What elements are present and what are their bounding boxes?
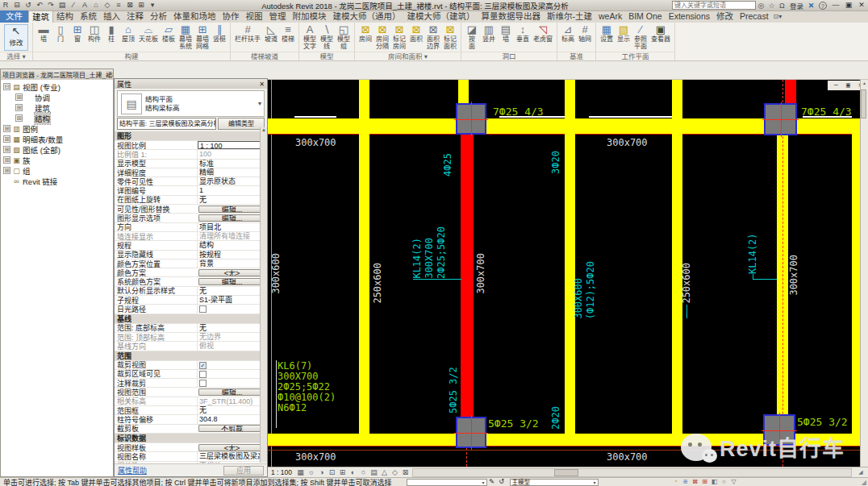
beam-size-label[interactable]: 250x600 [372, 263, 383, 304]
room-button[interactable]: ⊠房间 [357, 23, 373, 44]
sun-path-icon[interactable]: ☼ [306, 467, 316, 477]
curtain-system-button[interactable]: ▦幕墙 系统 [177, 23, 194, 50]
area-boundary-button[interactable]: ⊠面积 边界 [425, 23, 441, 50]
shadows-icon[interactable]: ◑ [316, 467, 327, 477]
redo-icon[interactable]: ↷ [45, 0, 56, 10]
Precast[interactable]: Precast [737, 10, 772, 23]
算量数据导出器[interactable]: 算量数据导出器 [478, 10, 545, 23]
reveal-hidden-icon[interactable]: ○ [358, 467, 369, 477]
sync-status-icon[interactable]: ↺ [497, 478, 507, 486]
tag-area-button[interactable]: ⊠标记 面积 [442, 23, 458, 50]
model-line-button[interactable]: ∖模型 线 [319, 23, 335, 50]
grid-button[interactable]: #轴网 [577, 23, 593, 44]
expander-icon[interactable] [3, 177, 10, 185]
rebar-tag[interactable]: 5Ф25 3/2 [488, 417, 539, 430]
view-scale[interactable]: 1 : 100 [268, 468, 295, 476]
switch-windows-icon[interactable]: ⊞ [136, 0, 147, 10]
floor-button[interactable]: ▱楼板 [161, 23, 177, 44]
restore-button[interactable]: ▣ [842, 0, 855, 10]
select-panel-label[interactable]: 选择 ▾ [0, 52, 32, 60]
beam-size-label[interactable]: 300x700 [788, 255, 799, 296]
model-text-button[interactable]: A模型 文字 [302, 23, 318, 50]
area-button[interactable]: ⊠面积 [408, 23, 424, 44]
close-button[interactable]: ✕ [855, 0, 868, 10]
dormer-button[interactable]: ◹老虎窗 [532, 23, 554, 44]
railing-button[interactable]: #栏杆扶手 [233, 23, 262, 44]
column-top-mid[interactable] [456, 103, 486, 135]
beam-tag-kl14-mid[interactable]: KL14(2) 300X700 2Ф25;5Ф20 [411, 202, 447, 279]
插入[interactable]: 插入 [100, 10, 123, 23]
crop-view-icon[interactable]: ⊡ [327, 467, 337, 477]
by-face-button[interactable]: ◪按 面 [464, 23, 480, 50]
shaft-button[interactable]: ▥竖井 [481, 23, 497, 44]
properties-scrollbar[interactable]: ▲ [260, 127, 267, 463]
expander-icon[interactable]: ⊞ [3, 146, 10, 153]
set-workplane-button[interactable]: ▦设置 [599, 23, 615, 44]
design-option-dropdown[interactable]: 主模型 [510, 479, 599, 486]
curtain-grid-button[interactable]: ⊞幕墙 网格 [194, 23, 211, 50]
component-button[interactable]: ◫构件 [86, 23, 102, 44]
beam-size-label[interactable]: 300x700 [295, 137, 336, 148]
ceiling-button[interactable]: ⌓天花板 [137, 23, 160, 44]
结构[interactable]: 结构 [53, 10, 77, 23]
tree-schedules[interactable]: ⊞ ▦ 明细表/数量 [1, 134, 113, 144]
修改[interactable]: 修改 [713, 10, 737, 23]
chevron-down-icon[interactable]: ▾ [258, 100, 261, 107]
measure-icon[interactable]: ∕ [68, 0, 79, 10]
exclude-options-icon[interactable]: ◧ [710, 478, 720, 486]
worksharing-monitor-icon[interactable]: ◔ [671, 478, 681, 486]
rebar-tag[interactable]: 5Ф25 3/2 [797, 416, 848, 428]
type-selector[interactable]: ▤ 结构平面 结构梁标高 ▾ [117, 90, 265, 117]
constraints-icon[interactable]: ◇ [390, 467, 400, 477]
horizontal-scrollbar-thumb[interactable] [554, 469, 578, 476]
tree-revit-links[interactable]: ∞ Revit 链接 [1, 176, 113, 186]
section-icon[interactable]: ◇ [102, 0, 113, 10]
斯维尔-土建[interactable]: 斯维尔-土建 [544, 10, 595, 23]
注释[interactable]: 注释 [123, 10, 147, 23]
tree-sheets[interactable]: ⊞ ▧ 图纸 (全部) [1, 144, 113, 155]
附加模块[interactable]: 附加模块 [290, 10, 330, 23]
minimize-button[interactable]: — [829, 0, 842, 10]
undo-icon[interactable]: ↶ [34, 0, 45, 10]
rebar-tag[interactable]: 2Ф20 [550, 396, 561, 430]
viewer-button[interactable]: ▣查看器 [649, 23, 672, 44]
wall-opening-button[interactable]: ▤墙 [498, 23, 514, 44]
drawing-area[interactable]: 300x700 300x700 300x700 300x700 300x600 … [268, 80, 868, 467]
text-icon[interactable]: A [79, 0, 90, 10]
favorites-icon[interactable]: ☆ [766, 2, 777, 10]
beam-tag-mid[interactable]: 300X600 (Ф12);5Ф20 [573, 240, 596, 319]
temporary-hide-icon[interactable]: ◐ [348, 467, 358, 477]
管理[interactable]: 管理 [266, 10, 290, 23]
stair-button[interactable]: ≡楼梯 [280, 23, 296, 44]
help-icon[interactable]: ? [819, 2, 827, 10]
vertical-opening-button[interactable]: ↕垂直 [515, 23, 531, 44]
rebar-tag[interactable]: 4Ф25 [442, 139, 453, 177]
分析[interactable]: 分析 [147, 10, 170, 23]
tree-families[interactable]: ⊞ ▣ 族 [1, 155, 113, 165]
edit-type-button[interactable]: 编辑类型 [218, 118, 265, 130]
column-button[interactable]: ▮柱 [103, 23, 119, 44]
rebar-tag[interactable]: 7Ф25 4/3 [493, 106, 544, 118]
roof-button[interactable]: ⌂屋顶 [120, 23, 136, 44]
sync-icon[interactable]: ↺ [23, 0, 34, 10]
tag-room-button[interactable]: ⊠标记 房间 [391, 23, 407, 50]
expander-icon[interactable]: ⊞ [3, 135, 10, 143]
search-icon[interactable]: ◎ [756, 2, 766, 10]
visual-style-icon[interactable]: ▦ [295, 467, 306, 477]
workset-edit-icon[interactable]: ✎ [487, 478, 497, 486]
beam-size-label[interactable]: 300x700 [607, 137, 648, 148]
properties-help-link[interactable]: 属性帮助 [118, 465, 147, 476]
weArk[interactable]: weArk [595, 10, 625, 23]
editing-requests-icon[interactable]: ≋ [681, 478, 691, 486]
beam-size-label[interactable]: 300x700 [295, 451, 336, 463]
beam-tag-kl6[interactable]: KL6(7) 300X700 2Ф25;5Ф22 Ф10@100(2) N6Ф1… [278, 361, 336, 413]
mullion-button[interactable]: ∥竖梃 [211, 23, 227, 44]
filter-icon[interactable]: ▽ [729, 478, 739, 486]
default-3d-view-icon[interactable]: ⌂ [90, 0, 102, 10]
tree-groups[interactable]: ⊞ ▢ 组 [1, 165, 113, 176]
column-bottom-mid[interactable] [456, 417, 486, 448]
tree-views[interactable]: ⊟ ▤ 视图 (专业) [1, 81, 113, 92]
expander-icon[interactable]: ⊞ [15, 93, 23, 101]
beam-size-label[interactable]: 300x700 [607, 451, 648, 463]
room-area-panel-label[interactable]: 房间和面积 ▾ [355, 52, 461, 60]
